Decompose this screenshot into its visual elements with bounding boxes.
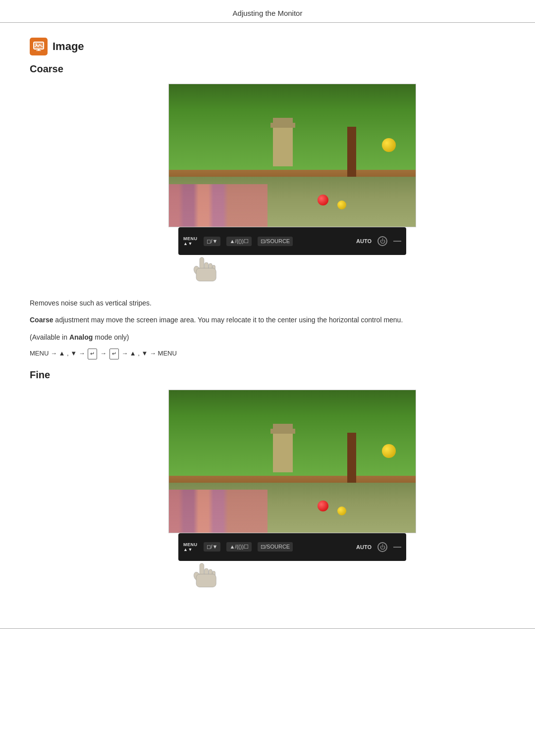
coarse-bold2: Analog: [69, 333, 93, 341]
coarse-garden-image: [168, 84, 416, 227]
svg-rect-10: [196, 268, 216, 281]
image-settings-icon: [30, 38, 48, 55]
fine-auto-label: AUTO: [356, 544, 372, 550]
fine-garden-image: [168, 390, 416, 533]
coarse-desc2-suffix: adjustment may move the screen image are…: [53, 316, 403, 324]
fine-heading: Fine: [30, 369, 505, 381]
coarse-description: Removes noise such as vertical stripes. …: [30, 298, 505, 359]
coarse-desc2: Coarse adjustment may move the screen im…: [30, 314, 505, 325]
coarse-desc3: (Available in Analog mode only): [30, 332, 505, 343]
coarse-bold1: Coarse: [30, 316, 53, 324]
coarse-minus: —: [393, 237, 401, 246]
coarse-monitor-bar: MENU▲▼ ◻/▼ ▲/(())☐ ⊡/SOURCE AUTO: [178, 227, 406, 255]
coarse-btn1: ◻/▼: [204, 237, 221, 246]
enter-icon-1: ↵: [88, 349, 97, 359]
fine-section: Fine MENU▲▼: [30, 369, 505, 594]
coarse-hand-cursor: [178, 253, 406, 288]
image-section-label: Image: [53, 40, 84, 53]
page-header: Adjusting the Monitor: [0, 0, 535, 23]
fine-btn3: ⊡/SOURCE: [258, 542, 293, 552]
page-container: Adjusting the Monitor Image: [0, 0, 535, 756]
fine-btn2: ▲/(())☐: [226, 542, 252, 552]
fine-monitor-bar: MENU▲▼ ◻/▼ ▲/(())☐ ⊡/SOURCE AUTO: [178, 533, 406, 561]
coarse-image-wrapper: MENU▲▼ ◻/▼ ▲/(())☐ ⊡/SOURCE AUTO: [79, 84, 505, 288]
coarse-btn2: ▲/(())☐: [226, 237, 252, 246]
fine-menu-label: MENU▲▼: [183, 542, 198, 552]
coarse-power-btn[interactable]: ⏻: [377, 236, 387, 246]
coarse-desc3-suffix: mode only): [93, 333, 129, 341]
coarse-auto-label: AUTO: [356, 238, 372, 244]
bottom-rule: [0, 628, 535, 629]
svg-rect-16: [196, 574, 216, 587]
coarse-section: Coarse MENU▲▼: [30, 63, 505, 359]
coarse-menu-nav: MENU → ▲ , ▼ → ↵ → ↵ → ▲ , ▼ → MENU: [30, 349, 505, 359]
page-title: Adjusting the Monitor: [233, 9, 303, 17]
svg-rect-4: [36, 50, 41, 51]
fine-image-wrapper: MENU▲▼ ◻/▼ ▲/(())☐ ⊡/SOURCE AUTO: [79, 390, 505, 594]
main-content: Image Coarse: [0, 23, 535, 613]
coarse-menu-label: MENU▲▼: [183, 236, 198, 246]
fine-hand-cursor: [178, 559, 406, 594]
coarse-desc3-prefix: (Available in: [30, 333, 69, 341]
fine-minus: —: [393, 543, 401, 552]
fine-btn1: ◻/▼: [204, 542, 221, 552]
enter-icon-2: ↵: [109, 349, 119, 359]
svg-point-2: [36, 44, 37, 45]
coarse-heading: Coarse: [30, 63, 505, 75]
coarse-desc1: Removes noise such as vertical stripes.: [30, 298, 505, 308]
coarse-btn3: ⊡/SOURCE: [258, 237, 293, 246]
fine-power-btn[interactable]: ⏻: [377, 542, 387, 552]
image-section-heading: Image: [30, 38, 505, 55]
